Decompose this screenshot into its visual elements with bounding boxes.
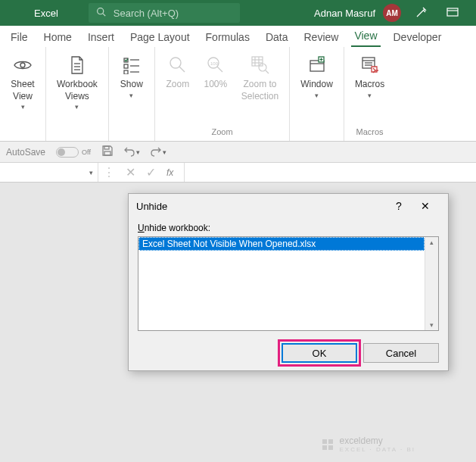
svg-rect-36	[104, 151, 110, 155]
group-sheet-view: Sheet View ▾	[0, 47, 46, 141]
tab-formulas[interactable]: Formulas	[203, 28, 253, 47]
autosave-label: AutoSave	[6, 147, 45, 158]
tab-developer[interactable]: Developer	[390, 28, 445, 47]
tab-file[interactable]: File	[8, 28, 31, 47]
dialog-title: Unhide	[136, 201, 387, 212]
formula-buttons: ✕ ✓ fx	[120, 165, 179, 179]
save-icon[interactable]	[101, 145, 114, 159]
group-label-macros: Macros	[356, 127, 384, 139]
zoom-100-icon: 100	[204, 53, 228, 77]
cancel-icon[interactable]: ✕	[126, 165, 135, 179]
autosave-toggle[interactable]	[56, 147, 79, 158]
window-icon	[305, 53, 329, 77]
macros-icon	[358, 53, 382, 77]
chevron-down-icon: ▾	[89, 169, 93, 176]
svg-rect-39	[322, 445, 327, 450]
zoom-selection-button[interactable]: Zoom to Selection	[237, 50, 283, 105]
chevron-down-icon: ▾	[129, 92, 133, 101]
redo-icon[interactable]: ▾	[151, 147, 166, 158]
svg-line-25	[266, 70, 269, 73]
scroll-down-icon[interactable]: ▾	[430, 321, 434, 329]
user-name: Adnan Masruf	[314, 8, 375, 19]
ribbon-tabs: File Home Insert Page Layout Formulas Da…	[0, 26, 476, 47]
group-zoom: Zoom 100 100% Zoom to Selection Zoom	[155, 47, 290, 141]
svg-rect-10	[124, 64, 128, 68]
ok-button[interactable]: OK	[282, 343, 357, 363]
group-show: Show ▾	[109, 47, 155, 141]
watermark: exceldemy EXCEL · DATA · BI	[321, 435, 415, 453]
tab-home[interactable]: Home	[41, 28, 75, 47]
list-item[interactable]: Excel Sheet Not Visible When Opened.xlsx	[138, 237, 425, 251]
workbook-views-button[interactable]: Workbook Views ▾	[52, 50, 102, 115]
cancel-button[interactable]: Cancel	[363, 343, 439, 363]
zoom-selection-icon	[248, 53, 272, 77]
scroll-up-icon[interactable]: ▴	[430, 239, 434, 246]
svg-rect-2	[447, 8, 458, 16]
enter-icon[interactable]: ✓	[146, 165, 156, 179]
name-box[interactable]: ▾	[0, 163, 98, 182]
group-window: Window ▾	[290, 47, 344, 141]
group-macros: Macros ▾ Macros	[344, 47, 395, 141]
unhide-dialog: Unhide ? ✕ Unhide workbook: Excel Sheet …	[128, 193, 449, 371]
scrollbar[interactable]: ▴ ▾	[425, 237, 438, 330]
chevron-down-icon: ▾	[315, 92, 319, 101]
undo-icon[interactable]: ▾	[124, 147, 140, 158]
macros-button[interactable]: Macros ▾	[350, 50, 389, 103]
unhide-label: Unhide workbook:	[138, 223, 439, 233]
tab-insert[interactable]: Insert	[85, 28, 117, 47]
group-label-zoom: Zoom	[211, 127, 232, 139]
window-button[interactable]: Window ▾	[296, 50, 338, 103]
formula-bar: ▾ ⋮ ✕ ✓ fx	[0, 163, 476, 183]
search-box[interactable]: Search (Alt+Q)	[89, 3, 240, 23]
svg-line-15	[179, 67, 185, 72]
fx-icon[interactable]: fx	[166, 167, 173, 178]
autosave-off: Off	[82, 148, 91, 156]
svg-rect-19	[252, 57, 263, 66]
tab-page-layout[interactable]: Page Layout	[127, 28, 193, 47]
tab-view[interactable]: View	[351, 27, 380, 47]
mic-icon[interactable]	[409, 7, 433, 19]
chevron-down-icon: ▾	[368, 92, 372, 101]
ribbon: Sheet View ▾ Workbook Views ▾ Show ▾	[0, 47, 476, 142]
close-icon[interactable]: ✕	[410, 200, 440, 212]
help-icon[interactable]: ?	[387, 200, 410, 212]
document-icon	[65, 53, 89, 77]
app-name: Excel	[34, 8, 58, 19]
dialog-buttons: OK Cancel	[129, 336, 448, 370]
svg-rect-38	[328, 439, 333, 444]
zoom-100-button[interactable]: 100 100%	[199, 50, 232, 94]
svg-point-4	[20, 63, 25, 67]
svg-rect-40	[328, 445, 333, 450]
drag-handle-icon[interactable]: ⋮	[98, 165, 120, 179]
svg-point-0	[97, 8, 103, 14]
ribbon-display-icon[interactable]	[440, 8, 465, 18]
eye-icon	[11, 53, 35, 77]
title-bar: Excel Search (Alt+Q) Adnan Masruf AM	[0, 0, 476, 26]
svg-text:100: 100	[210, 61, 219, 66]
svg-point-14	[170, 58, 181, 68]
zoom-icon	[166, 53, 190, 77]
checklist-icon	[120, 53, 144, 77]
svg-line-1	[103, 14, 105, 16]
svg-rect-35	[104, 146, 109, 149]
workbook-list[interactable]: Excel Sheet Not Visible When Opened.xlsx…	[138, 236, 439, 331]
zoom-button[interactable]: Zoom	[161, 50, 194, 94]
group-workbook-views: Workbook Views ▾	[46, 47, 109, 141]
chevron-down-icon: ▾	[75, 103, 79, 112]
show-button[interactable]: Show ▾	[115, 50, 148, 103]
chevron-down-icon: ▾	[21, 103, 25, 112]
search-icon	[96, 7, 106, 19]
search-placeholder: Search (Alt+Q)	[114, 8, 179, 19]
sheet-view-button[interactable]: Sheet View ▾	[6, 50, 39, 115]
svg-rect-37	[322, 439, 327, 444]
tab-data[interactable]: Data	[263, 28, 291, 47]
tab-review[interactable]: Review	[301, 28, 342, 47]
svg-line-17	[217, 67, 222, 72]
avatar[interactable]: AM	[383, 4, 401, 22]
user-area: Adnan Masruf AM	[314, 4, 476, 22]
workspace: Unhide ? ✕ Unhide workbook: Excel Sheet …	[0, 183, 476, 462]
dialog-titlebar: Unhide ? ✕	[129, 194, 448, 218]
quick-access-toolbar: AutoSave Off ▾ ▾	[0, 142, 476, 163]
svg-rect-12	[124, 70, 128, 74]
formula-input[interactable]	[184, 163, 476, 182]
